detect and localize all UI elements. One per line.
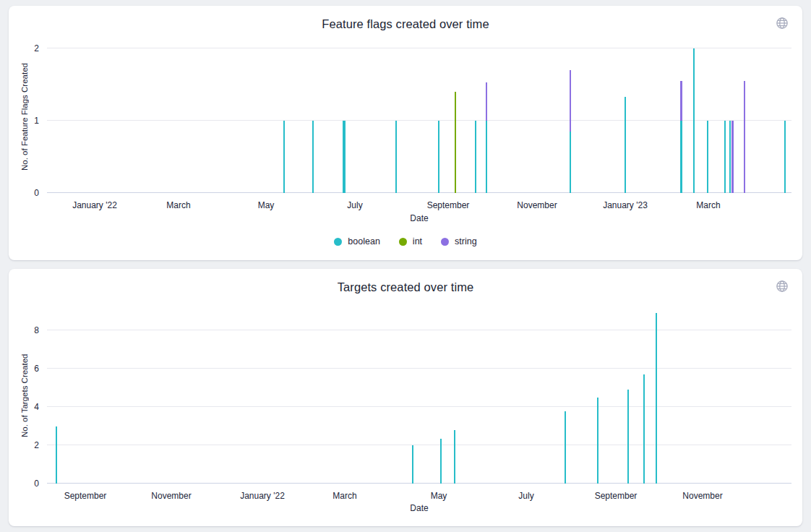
bar-string[interactable] (731, 121, 734, 193)
gridline-y-2 (47, 48, 791, 48)
bar-boolean[interactable] (486, 121, 488, 193)
y-tick-label: 1 (17, 116, 39, 126)
x-tick-label: May (395, 491, 482, 501)
bar-boolean[interactable] (680, 121, 682, 193)
x-tick-label: January '22 (219, 491, 306, 501)
x-tick-label: November (659, 491, 746, 501)
bar-boolean[interactable] (729, 121, 731, 193)
x-tick-label: March (135, 200, 222, 210)
y-tick-label: 4 (17, 402, 39, 412)
x-tick-label: September (572, 491, 659, 501)
legend-item-string[interactable]: string (441, 236, 477, 246)
bar-boolean[interactable] (693, 48, 695, 193)
y-tick-label: 2 (17, 43, 39, 53)
y-tick-label: 6 (17, 364, 39, 374)
plot-area: 02468SeptemberNovemberJanuary '22MarchMa… (47, 307, 791, 484)
bar-targets[interactable] (597, 398, 599, 484)
bar-targets[interactable] (643, 374, 645, 484)
legend-label: boolean (348, 236, 380, 246)
x-tick-label: January '23 (582, 200, 669, 210)
gridline-y-8 (47, 330, 791, 330)
legend-label: int (413, 236, 422, 246)
x-tick-label: November (128, 491, 215, 501)
bar-boolean[interactable] (312, 121, 314, 193)
bar-targets[interactable] (656, 313, 658, 484)
globe-icon[interactable] (774, 15, 790, 31)
chart-title: Feature flags created over time (9, 17, 802, 31)
bar-boolean[interactable] (625, 97, 627, 193)
bar-boolean[interactable] (475, 121, 477, 193)
chart-title: Targets created over time (9, 280, 802, 294)
x-tick-label: September (405, 200, 492, 210)
bar-targets[interactable] (627, 390, 630, 484)
bar-boolean[interactable] (784, 121, 786, 193)
legend-item-boolean[interactable]: boolean (334, 236, 380, 246)
legend-label: string (455, 236, 477, 246)
bar-targets[interactable] (412, 445, 414, 484)
legend-dot-string (441, 238, 449, 246)
x-tick-label: March (665, 200, 752, 210)
y-tick-label: 0 (17, 188, 39, 198)
feature-flags-chart-card: Feature flags created over time No. of F… (9, 6, 802, 260)
bar-boolean[interactable] (283, 121, 286, 193)
analytics-dashboard: { "page": { "background": "#eef0f3" }, "… (0, 0, 811, 532)
bar-boolean[interactable] (438, 121, 440, 193)
gridline-y-4 (47, 406, 791, 407)
x-axis-title: Date (47, 503, 791, 513)
bar-boolean[interactable] (343, 121, 346, 193)
bar-string[interactable] (570, 70, 572, 132)
legend: booleanintstring (9, 236, 802, 246)
y-tick-label: 0 (17, 479, 39, 489)
x-tick-label: May (223, 200, 309, 210)
y-tick-label: 8 (17, 325, 39, 335)
gridline-y-6 (47, 368, 791, 369)
y-tick-label: 2 (17, 440, 39, 450)
plot-area: 012January '22MarchMayJulySeptemberNovem… (47, 41, 791, 193)
x-tick-label: November (494, 200, 580, 210)
bar-targets[interactable] (440, 439, 442, 484)
bar-boolean[interactable] (570, 132, 572, 193)
x-tick-label: March (301, 491, 388, 501)
legend-dot-boolean (334, 238, 342, 246)
legend-dot-int (399, 238, 407, 246)
x-tick-label: July (312, 200, 398, 210)
x-tick-label: July (483, 491, 570, 501)
gridline-y-2 (47, 445, 791, 445)
x-axis-title: Date (47, 213, 791, 223)
legend-item-int[interactable]: int (399, 236, 422, 246)
bar-targets[interactable] (565, 411, 567, 484)
targets-chart-card: Targets created over time No. of Targets… (9, 269, 802, 526)
bar-int[interactable] (455, 92, 457, 193)
bar-targets[interactable] (56, 426, 58, 484)
bar-string[interactable] (744, 81, 746, 193)
bar-string[interactable] (680, 81, 682, 121)
globe-icon[interactable] (774, 278, 790, 294)
bar-boolean[interactable] (724, 121, 726, 193)
x-tick-label: September (42, 491, 129, 501)
bar-targets[interactable] (454, 430, 456, 484)
bar-boolean[interactable] (395, 121, 398, 193)
x-tick-label: January '22 (51, 200, 138, 210)
bar-boolean[interactable] (707, 121, 709, 193)
bar-string[interactable] (486, 82, 488, 121)
gridline-y-0 (47, 483, 791, 484)
